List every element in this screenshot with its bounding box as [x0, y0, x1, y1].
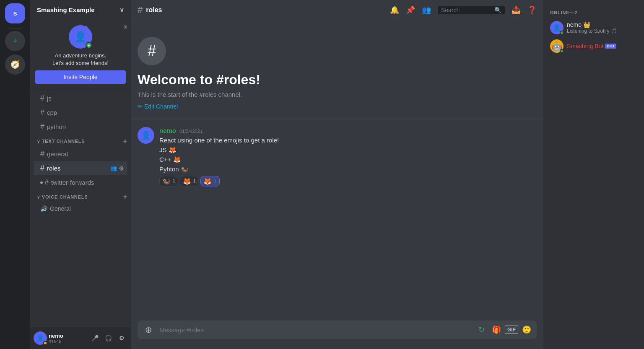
search-input[interactable]: [441, 7, 494, 13]
chat-area: # Welcome to #roles! This is the start o…: [131, 20, 543, 321]
user-controls: 🎤 🎧 ⚙: [89, 332, 127, 344]
crown-icon: 👑: [583, 21, 590, 28]
header-icons: 🔔 📌 👥 🔍 📥 ❓: [390, 5, 537, 15]
input-right-buttons: ↻ 🎁 GIF 🙂: [475, 323, 533, 336]
channel-label: twitter-forwards: [51, 179, 124, 186]
server-name: Smashing Example: [37, 6, 95, 13]
add-text-channel-button[interactable]: +: [123, 137, 127, 145]
message-line: Pyhton 🦦: [159, 165, 537, 173]
reaction-count: 1: [193, 178, 196, 184]
edit-channel-button[interactable]: ✏ Edit Channel: [138, 103, 178, 110]
pencil-icon: ✏: [138, 103, 143, 110]
search-icon: 🔍: [494, 7, 501, 13]
hash-icon: #: [40, 94, 44, 103]
invite-people-button[interactable]: Invite People: [35, 70, 126, 84]
voice-channels-chevron: ∨: [37, 195, 40, 199]
gif-button[interactable]: GIF: [505, 326, 518, 334]
messages-list: 👤 nemo 01/24/2021 React using one of the…: [131, 119, 543, 191]
message-avatar: 👤: [138, 127, 154, 144]
manage-channel-icon[interactable]: 👥: [110, 165, 117, 171]
add-friend-icon: +: [86, 42, 92, 49]
reaction-emoji: 🦦: [162, 177, 171, 185]
online-section-title: ONLINE—2: [547, 7, 641, 17]
member-avatar-nemo: 👤: [550, 21, 564, 34]
text-channels-chevron: ∨: [37, 139, 40, 144]
speaker-icon: 🔊: [40, 205, 47, 212]
refresh-icon-button[interactable]: ↻: [475, 323, 488, 336]
bot-badge: BOT: [605, 44, 616, 49]
member-status-bot: [560, 49, 564, 53]
message-item: 👤 nemo 01/24/2021 React using one of the…: [138, 125, 537, 188]
text-channels-label: TEXT CHANNELS: [42, 139, 85, 144]
close-banner-button[interactable]: ×: [124, 23, 127, 31]
channel-item-roles[interactable]: # roles 👥 ⚙: [34, 161, 127, 175]
member-info-bot: Smashing Bot BOT: [567, 43, 637, 49]
user-status-dot: [43, 341, 47, 345]
unread-dot: [40, 181, 43, 184]
inbox-icon[interactable]: 📥: [512, 5, 521, 15]
lone-channels: # js # cpp # python: [30, 89, 131, 136]
hash-icon: #: [40, 122, 44, 131]
channel-item-twitter-forwards[interactable]: # twitter-forwards: [34, 176, 127, 189]
channel-label: general: [47, 150, 124, 158]
user-info: nemo #1548: [49, 333, 87, 344]
reaction-fox2[interactable]: 🦊 1: [200, 176, 219, 186]
channel-label: js: [47, 95, 124, 102]
message-text: React using one of the emojis to get a r…: [159, 136, 537, 173]
header-hash-icon: #: [138, 5, 143, 16]
hash-icon: #: [40, 108, 44, 117]
channel-label: General: [50, 205, 124, 212]
help-icon[interactable]: ❓: [527, 5, 537, 15]
friend-banner: × ✦ ✦ 👤 + An adventure begins. Let's add…: [30, 20, 131, 89]
server-header[interactable]: Smashing Example ∨: [30, 0, 131, 20]
channel-sidebar: Smashing Example ∨ × ✦ ✦ 👤 + An adventur…: [30, 0, 131, 349]
channel-label: roles: [47, 165, 110, 172]
text-channels-section: ∨ TEXT CHANNELS + # general # roles 👥 ⚙ …: [30, 136, 131, 190]
user-name: nemo: [49, 333, 87, 339]
reaction-otter[interactable]: 🦦 1: [159, 176, 178, 186]
reaction-row: 🦦 1 🦊 1 🦊 1: [159, 176, 537, 186]
reaction-fox1[interactable]: 🦊 1: [180, 176, 199, 186]
channel-header: # roles 🔔 📌 👥 🔍 📥 ❓: [131, 0, 543, 20]
member-item-nemo[interactable]: 👤 nemo 👑 Listening to Spotify 🎵: [547, 18, 641, 37]
explore-servers-btn[interactable]: 🧭: [5, 54, 25, 75]
emoji-button[interactable]: 🙂: [520, 323, 533, 336]
chevron-down-icon: ∨: [119, 6, 124, 14]
channel-item-python[interactable]: # python: [34, 120, 127, 134]
welcome-icon: #: [138, 37, 166, 65]
attach-file-button[interactable]: ⊕: [141, 321, 156, 339]
user-settings-button[interactable]: ⚙: [116, 332, 127, 344]
channel-item-general[interactable]: # general: [34, 147, 127, 161]
add-server-btn[interactable]: +: [5, 31, 25, 51]
member-item-smashing-bot[interactable]: 🤖 Smashing Bot BOT: [547, 37, 641, 55]
hash-icon: #: [40, 150, 44, 158]
channel-label: cpp: [47, 109, 124, 116]
reaction-emoji: 🦊: [203, 177, 212, 185]
channel-item-js[interactable]: # js: [34, 91, 127, 105]
header-channel-name: roles: [146, 6, 162, 14]
text-channels-header[interactable]: ∨ TEXT CHANNELS +: [30, 136, 131, 147]
add-voice-channel-button[interactable]: +: [123, 193, 127, 201]
message-content: nemo 01/24/2021 React using one of the e…: [159, 127, 537, 186]
banner-text: An adventure begins. Let's add some frie…: [35, 52, 126, 67]
channel-settings-icon[interactable]: ⚙: [119, 165, 124, 172]
gift-button[interactable]: 🎁: [490, 323, 503, 336]
search-bar[interactable]: 🔍: [438, 6, 505, 14]
welcome-description: This is the start of the #roles channel.: [138, 91, 537, 98]
message-input[interactable]: [156, 321, 475, 339]
reaction-count: 1: [213, 178, 216, 184]
voice-channel-general[interactable]: 🔊 General: [34, 203, 127, 215]
members-toggle-icon[interactable]: 👥: [422, 5, 431, 15]
deafen-button[interactable]: 🎧: [102, 332, 114, 344]
member-name: nemo: [567, 21, 582, 28]
pin-icon[interactable]: 📌: [406, 5, 415, 15]
voice-channels-header[interactable]: ∨ VOICE CHANNELS +: [30, 191, 131, 202]
mute-button[interactable]: 🎤: [89, 332, 101, 344]
voice-channels-label: VOICE CHANNELS: [42, 194, 88, 199]
hash-icon: #: [44, 178, 49, 187]
voice-channels-section: ∨ VOICE CHANNELS + 🔊 General: [30, 191, 131, 215]
hash-icon: #: [40, 164, 44, 173]
server-icon-smashing[interactable]: S: [5, 3, 25, 23]
notification-bell-icon[interactable]: 🔔: [390, 5, 399, 15]
channel-item-cpp[interactable]: # cpp: [34, 106, 127, 119]
